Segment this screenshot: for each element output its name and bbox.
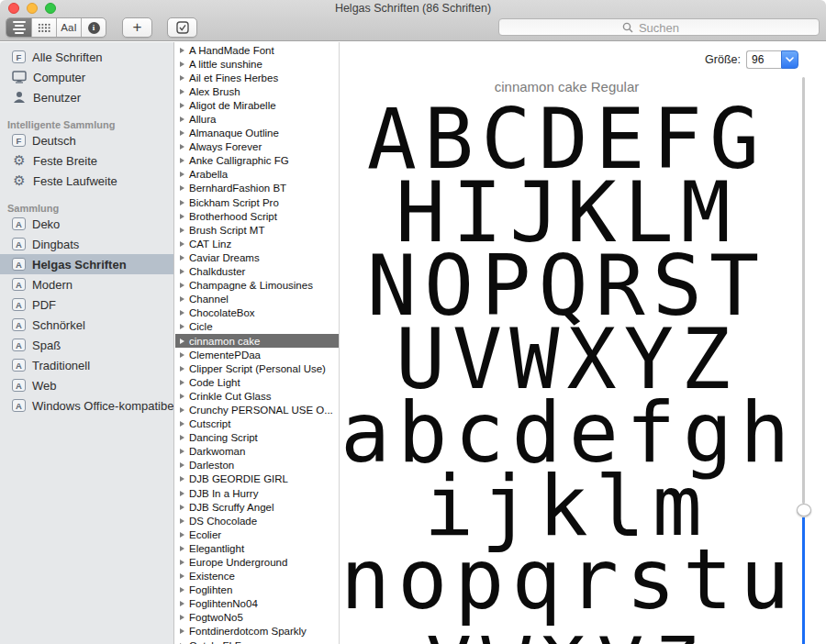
font-list-row[interactable]: Fontdinerdotcom Sparkly (175, 625, 339, 638)
disclosure-triangle-icon[interactable] (180, 75, 184, 81)
sidebar-item[interactable]: FDeutsch (0, 130, 173, 150)
font-list-row[interactable]: DJB Scruffy Angel (175, 500, 339, 514)
disclosure-triangle-icon[interactable] (180, 214, 184, 219)
font-list-row[interactable]: BernhardFashion BT (175, 182, 339, 195)
sidebar-item[interactable]: ADingbats (0, 234, 173, 254)
search-field[interactable] (498, 18, 820, 36)
disclosure-triangle-icon[interactable] (180, 158, 184, 163)
disclosure-triangle-icon[interactable] (180, 255, 184, 261)
font-list-row[interactable]: Brotherhood Script (175, 209, 339, 223)
search-input[interactable] (499, 20, 819, 36)
disclosure-triangle-icon[interactable] (180, 491, 184, 496)
disclosure-triangle-icon[interactable] (180, 628, 184, 634)
font-list-row[interactable]: Clipper Script (Personal Use) (175, 361, 339, 375)
disclosure-triangle-icon[interactable] (180, 449, 184, 454)
font-list-row[interactable]: ClementePDaa (175, 348, 339, 361)
font-list-row[interactable]: Aligot de Mirabelle (175, 98, 339, 112)
disclosure-triangle-icon[interactable] (180, 394, 184, 399)
disclosure-triangle-icon[interactable] (180, 200, 184, 205)
list-view-segment[interactable] (6, 18, 31, 37)
font-list-row[interactable]: CAT Linz (175, 237, 339, 250)
disclosure-triangle-icon[interactable] (180, 505, 184, 510)
grid-view-segment[interactable] (31, 18, 56, 37)
size-slider-track[interactable] (802, 77, 805, 504)
font-list-row[interactable]: Allura (175, 112, 339, 126)
sidebar-item[interactable]: ⚙Feste Breite (0, 150, 173, 171)
font-list-row[interactable]: FogtwoNo5 (175, 611, 339, 625)
font-list-row[interactable]: ChocolateBox (175, 306, 339, 320)
font-list-row[interactable]: Code Light (175, 375, 339, 389)
disclosure-triangle-icon[interactable] (180, 89, 184, 94)
sidebar-item[interactable]: Benutzer (0, 87, 173, 107)
disclosure-triangle-icon[interactable] (180, 130, 184, 136)
disclosure-triangle-icon[interactable] (180, 352, 184, 358)
disclosure-triangle-icon[interactable] (180, 435, 184, 440)
font-list-row[interactable]: DJB GEORDIE GIRL (175, 472, 339, 486)
sidebar-item[interactable]: ATraditionell (0, 355, 173, 375)
disclosure-triangle-icon[interactable] (180, 283, 184, 288)
disclosure-triangle-icon[interactable] (180, 296, 184, 302)
sidebar-item[interactable]: ⚙Feste Laufweite (0, 171, 173, 191)
font-list-row[interactable]: Cutscript (175, 417, 339, 431)
disclosure-triangle-icon[interactable] (180, 172, 184, 177)
disclosure-triangle-icon[interactable] (180, 560, 184, 565)
font-list-row[interactable]: Cicle (175, 320, 339, 334)
font-list-row[interactable]: Bickham Script Pro (175, 195, 339, 209)
disclosure-triangle-icon[interactable] (180, 601, 184, 606)
info-view-segment[interactable] (81, 18, 106, 37)
font-list-row[interactable]: GatsbyFLF (175, 638, 339, 644)
disclosure-triangle-icon[interactable] (180, 587, 184, 593)
disclosure-triangle-icon[interactable] (180, 144, 184, 150)
disclosure-triangle-icon[interactable] (180, 518, 184, 524)
font-list-row[interactable]: A little sunshine (175, 57, 339, 71)
font-list-row[interactable]: Foglihten (175, 583, 339, 597)
font-list-row[interactable]: Anke Calligraphic FG (175, 154, 339, 168)
disclosure-triangle-icon[interactable] (180, 339, 184, 344)
disclosure-triangle-icon[interactable] (180, 573, 184, 579)
font-list-row[interactable]: Arabella (175, 168, 339, 182)
size-slider-track-filled[interactable] (802, 517, 805, 644)
sidebar-item[interactable]: ASchnörkel (0, 315, 173, 335)
minimize-button[interactable] (27, 3, 38, 14)
size-value[interactable]: 96 (746, 50, 781, 69)
font-list-row[interactable]: Almanaque Outline (175, 127, 339, 140)
sidebar-item[interactable]: Computer (0, 67, 173, 87)
font-list-row[interactable]: Chalkduster (175, 265, 339, 279)
font-list-row[interactable]: cinnamon cake (175, 334, 339, 348)
size-combo-box[interactable]: 96 (746, 50, 798, 69)
disclosure-triangle-icon[interactable] (180, 269, 184, 274)
disclosure-triangle-icon[interactable] (180, 546, 184, 551)
font-list-row[interactable]: Champagne & Limousines (175, 279, 339, 293)
font-list-row[interactable]: Caviar Dreams (175, 250, 339, 264)
disclosure-triangle-icon[interactable] (180, 532, 184, 538)
font-list-row[interactable]: Crunchy PERSONAL USE O... (175, 403, 339, 416)
font-list-row[interactable]: Darleston (175, 459, 339, 472)
font-list-row[interactable]: Crinkle Cut Glass (175, 389, 339, 403)
font-list-row[interactable]: FoglihtenNo04 (175, 597, 339, 611)
size-dropdown-button[interactable] (781, 50, 798, 69)
font-list-row[interactable]: Ail et Fines Herbes (175, 71, 339, 84)
disclosure-triangle-icon[interactable] (180, 185, 184, 191)
sidebar-item[interactable]: ADeko (0, 214, 173, 234)
font-list-row[interactable]: Elegantlight (175, 541, 339, 555)
add-collection-button[interactable]: + (122, 17, 152, 38)
disclosure-triangle-icon[interactable] (180, 228, 184, 233)
font-list-row[interactable]: Existence (175, 570, 339, 583)
sidebar-item[interactable]: AModern (0, 274, 173, 294)
disclosure-triangle-icon[interactable] (180, 380, 184, 385)
font-list-row[interactable]: Brush Script MT (175, 223, 339, 237)
sidebar-item[interactable]: AWeb (0, 375, 173, 395)
sidebar-item[interactable]: ASpaß (0, 335, 173, 355)
font-list-row[interactable]: DJB In a Hurry (175, 486, 339, 500)
disclosure-triangle-icon[interactable] (180, 103, 184, 108)
disclosure-triangle-icon[interactable] (180, 421, 184, 427)
sidebar-item[interactable]: AWindows Office-kompatibel (0, 395, 173, 416)
disclosure-triangle-icon[interactable] (180, 324, 184, 329)
disclosure-triangle-icon[interactable] (180, 615, 184, 620)
disclosure-triangle-icon[interactable] (180, 366, 184, 372)
disclosure-triangle-icon[interactable] (180, 61, 184, 67)
disclosure-triangle-icon[interactable] (180, 462, 184, 468)
font-list-row[interactable]: Always Forever (175, 140, 339, 154)
disclosure-triangle-icon[interactable] (180, 48, 184, 53)
disclosure-triangle-icon[interactable] (180, 310, 184, 316)
